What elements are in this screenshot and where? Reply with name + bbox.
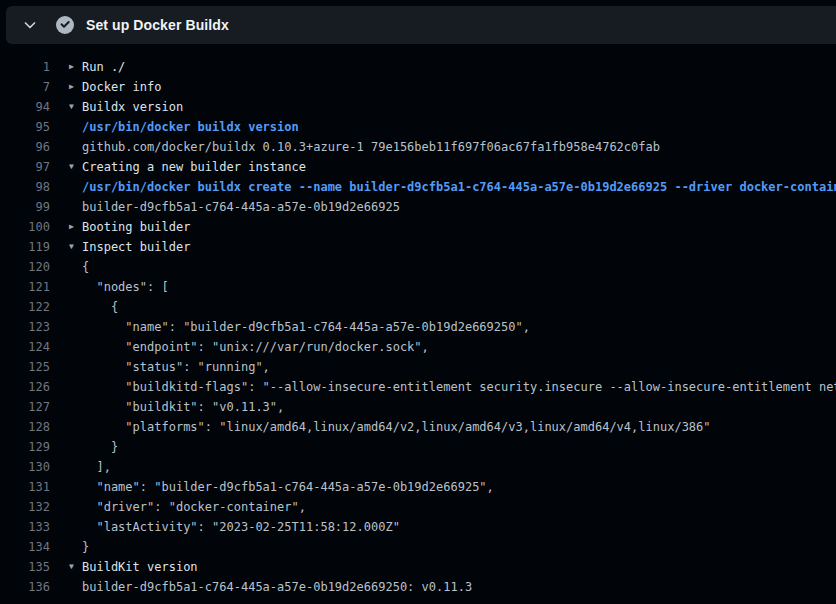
gutter-gap bbox=[50, 437, 69, 457]
line-number[interactable]: 128 bbox=[0, 417, 50, 437]
log-line: 129 } bbox=[0, 437, 836, 457]
gutter-gap bbox=[50, 417, 69, 437]
gutter-gap bbox=[50, 137, 69, 157]
gutter-gap bbox=[50, 177, 69, 197]
arrow-spacer bbox=[69, 477, 82, 497]
gutter-gap bbox=[50, 257, 69, 277]
log-text: Run ./ bbox=[82, 57, 125, 77]
log-text: "lastActivity": "2023-02-25T11:58:12.000… bbox=[82, 517, 400, 537]
log-text: Booting builder bbox=[82, 217, 190, 237]
log-group-line[interactable]: 97▼Creating a new builder instance bbox=[0, 157, 836, 177]
arrow-spacer bbox=[69, 457, 82, 477]
step-title: Set up Docker Buildx bbox=[86, 17, 229, 33]
line-number[interactable]: 1 bbox=[0, 57, 50, 77]
gutter-gap bbox=[50, 557, 69, 577]
log-text: "buildkitd-flags": "--allow-insecure-ent… bbox=[82, 377, 836, 397]
gutter-gap bbox=[50, 57, 69, 77]
gutter-gap bbox=[50, 577, 69, 597]
arrow-spacer bbox=[69, 137, 82, 157]
line-number[interactable]: 130 bbox=[0, 457, 50, 477]
group-expanded-arrow-icon[interactable]: ▼ bbox=[69, 237, 82, 257]
group-collapsed-arrow-icon[interactable]: ▶ bbox=[69, 217, 82, 237]
log-text: "nodes": [ bbox=[82, 277, 169, 297]
log-group-line[interactable]: 119▼Inspect builder bbox=[0, 237, 836, 257]
arrow-spacer bbox=[69, 397, 82, 417]
log-text: "status": "running", bbox=[82, 357, 270, 377]
line-number[interactable]: 122 bbox=[0, 297, 50, 317]
gutter-gap bbox=[50, 377, 69, 397]
line-number[interactable]: 132 bbox=[0, 497, 50, 517]
log-line: 96github.com/docker/buildx 0.10.3+azure-… bbox=[0, 137, 836, 157]
arrow-spacer bbox=[69, 537, 82, 557]
log-text: builder-d9cfb5a1-c764-445a-a57e-0b19d2e6… bbox=[82, 577, 472, 597]
arrow-spacer bbox=[69, 277, 82, 297]
line-number[interactable]: 121 bbox=[0, 277, 50, 297]
line-number[interactable]: 98 bbox=[0, 177, 50, 197]
line-number[interactable]: 97 bbox=[0, 157, 50, 177]
log-text: { bbox=[82, 257, 89, 277]
line-number[interactable]: 133 bbox=[0, 517, 50, 537]
line-number[interactable]: 96 bbox=[0, 137, 50, 157]
line-number[interactable]: 129 bbox=[0, 437, 50, 457]
group-expanded-arrow-icon[interactable]: ▼ bbox=[69, 557, 82, 577]
gutter-gap bbox=[50, 477, 69, 497]
gutter-gap bbox=[50, 217, 69, 237]
log-line: 130 ], bbox=[0, 457, 836, 477]
gutter-gap bbox=[50, 297, 69, 317]
line-number[interactable]: 135 bbox=[0, 557, 50, 577]
arrow-spacer bbox=[69, 437, 82, 457]
log-line: 121 "nodes": [ bbox=[0, 277, 836, 297]
gutter-gap bbox=[50, 517, 69, 537]
line-number[interactable]: 120 bbox=[0, 257, 50, 277]
log-text: Inspect builder bbox=[82, 237, 190, 257]
log-group-line[interactable]: 1▶Run ./ bbox=[0, 57, 836, 77]
log-text: /usr/bin/docker buildx version bbox=[82, 117, 299, 137]
line-number[interactable]: 100 bbox=[0, 217, 50, 237]
line-number[interactable]: 95 bbox=[0, 117, 50, 137]
log-text: "buildkit": "v0.11.3", bbox=[82, 397, 284, 417]
gutter-gap bbox=[50, 117, 69, 137]
check-circle-icon bbox=[56, 16, 74, 34]
line-number[interactable]: 7 bbox=[0, 77, 50, 97]
gutter-gap bbox=[50, 77, 69, 97]
log-line: 124 "endpoint": "unix:///var/run/docker.… bbox=[0, 337, 836, 357]
step-header[interactable]: Set up Docker Buildx bbox=[6, 6, 836, 44]
log-group-line[interactable]: 94▼Buildx version bbox=[0, 97, 836, 117]
log-text: "name": "builder-d9cfb5a1-c764-445a-a57e… bbox=[82, 317, 530, 337]
line-number[interactable]: 125 bbox=[0, 357, 50, 377]
gutter-gap bbox=[50, 157, 69, 177]
line-number[interactable]: 126 bbox=[0, 377, 50, 397]
line-number[interactable]: 123 bbox=[0, 317, 50, 337]
arrow-spacer bbox=[69, 357, 82, 377]
gutter-gap bbox=[50, 397, 69, 417]
line-number[interactable]: 131 bbox=[0, 477, 50, 497]
line-number[interactable]: 127 bbox=[0, 397, 50, 417]
log-group-line[interactable]: 100▶Booting builder bbox=[0, 217, 836, 237]
arrow-spacer bbox=[69, 577, 82, 597]
arrow-spacer bbox=[69, 257, 82, 277]
chevron-down-icon[interactable] bbox=[22, 17, 38, 33]
log-group-line[interactable]: 7▶Docker info bbox=[0, 77, 836, 97]
gutter-gap bbox=[50, 497, 69, 517]
line-number[interactable]: 136 bbox=[0, 577, 50, 597]
log-line: 120{ bbox=[0, 257, 836, 277]
log-text: { bbox=[82, 297, 118, 317]
line-number[interactable]: 119 bbox=[0, 237, 50, 257]
arrow-spacer bbox=[69, 117, 82, 137]
group-expanded-arrow-icon[interactable]: ▼ bbox=[69, 157, 82, 177]
log-group-line[interactable]: 135▼BuildKit version bbox=[0, 557, 836, 577]
gutter-gap bbox=[50, 97, 69, 117]
gutter-gap bbox=[50, 337, 69, 357]
log-line: 133 "lastActivity": "2023-02-25T11:58:12… bbox=[0, 517, 836, 537]
log-text: "name": "builder-d9cfb5a1-c764-445a-a57e… bbox=[82, 477, 494, 497]
log-line: 127 "buildkit": "v0.11.3", bbox=[0, 397, 836, 417]
line-number[interactable]: 99 bbox=[0, 197, 50, 217]
line-number[interactable]: 134 bbox=[0, 537, 50, 557]
group-collapsed-arrow-icon[interactable]: ▶ bbox=[69, 57, 82, 77]
log-text: Buildx version bbox=[82, 97, 183, 117]
line-number[interactable]: 94 bbox=[0, 97, 50, 117]
group-expanded-arrow-icon[interactable]: ▼ bbox=[69, 97, 82, 117]
group-collapsed-arrow-icon[interactable]: ▶ bbox=[69, 77, 82, 97]
line-number[interactable]: 124 bbox=[0, 337, 50, 357]
log-text: "platforms": "linux/amd64,linux/amd64/v2… bbox=[82, 417, 711, 437]
